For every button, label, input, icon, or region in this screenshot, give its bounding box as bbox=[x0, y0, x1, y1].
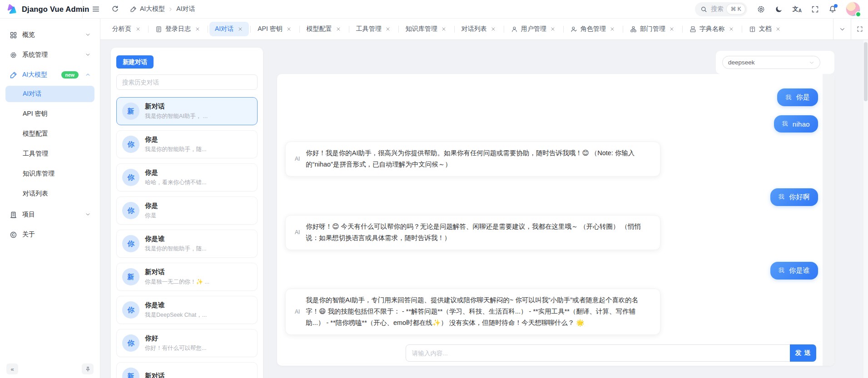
fullscreen-icon[interactable] bbox=[811, 5, 819, 13]
chat-list-item[interactable]: 新新对话我是你的智能AI助手， ... bbox=[116, 97, 258, 125]
tab-list-chevron-down-icon[interactable] bbox=[833, 19, 851, 39]
tab-close-icon[interactable] bbox=[490, 27, 497, 31]
language-translate-icon[interactable]: 文A bbox=[793, 5, 802, 13]
tab-close-icon[interactable] bbox=[237, 27, 243, 31]
ai-message: AI你好呀！😊 今天有什么可以帮你的吗？无论是问题解答、闲聊还是需要建议，我都在… bbox=[285, 215, 818, 250]
online-status-dot bbox=[856, 12, 860, 16]
settings-gear-icon[interactable] bbox=[757, 5, 765, 14]
tab-知识库管理[interactable]: 知识库管理 bbox=[400, 22, 453, 36]
tab-close-icon[interactable] bbox=[134, 27, 141, 31]
tab-AI对话[interactable]: AI对话 bbox=[209, 22, 249, 36]
tab-文档[interactable]: 文档 bbox=[744, 22, 787, 36]
tab-close-icon[interactable] bbox=[335, 27, 342, 31]
chat-list-item[interactable]: 你你好你好！有什么可以帮您... bbox=[116, 329, 258, 357]
sidebar-subitem-ai-chat[interactable]: AI对话 bbox=[5, 86, 94, 102]
chat-scrollbar[interactable] bbox=[823, 74, 834, 366]
tab-label: AI对话 bbox=[215, 25, 233, 33]
sidebar-subitem-conversations[interactable]: 对话列表 bbox=[5, 186, 94, 202]
ai-bubble: AI你好呀！😊 今天有什么可以帮你的吗？无论是问题解答、闲聊还是需要建议，我都在… bbox=[285, 215, 660, 250]
tab-close-icon[interactable] bbox=[286, 27, 293, 31]
send-button[interactable]: 发 送 bbox=[790, 344, 816, 362]
sidebar-item-system[interactable]: 系统管理 bbox=[4, 46, 96, 64]
sidebar-item-about[interactable]: 关于 bbox=[4, 226, 96, 244]
collapse-sidebar-icon[interactable]: « bbox=[6, 363, 18, 374]
tab-用户管理[interactable]: 用户管理 bbox=[506, 22, 562, 36]
sidebar-subitem-model-config[interactable]: 模型配置 bbox=[5, 126, 94, 142]
new-badge: new bbox=[61, 71, 79, 79]
ai-label: AI bbox=[295, 309, 300, 315]
tab-对话列表[interactable]: 对话列表 bbox=[456, 22, 502, 36]
history-search-input[interactable] bbox=[116, 74, 258, 90]
tab-close-icon[interactable] bbox=[669, 27, 675, 31]
sidebar-item-overview[interactable]: 概览 bbox=[4, 26, 96, 44]
sidebar-subitem-label: 模型配置 bbox=[23, 130, 48, 138]
chevron-up-icon bbox=[84, 72, 92, 77]
model-select[interactable]: deepseek bbox=[722, 56, 820, 69]
sidebar-subitem-knowledge[interactable]: 知识库管理 bbox=[5, 166, 94, 182]
message-text: 你好！我是你的AI助手，很高兴为你提供帮助。如果你有任何问题或需要协助，随时告诉… bbox=[306, 147, 651, 171]
tab-label: 登录日志 bbox=[165, 25, 191, 33]
chat-list-item[interactable]: 新新对话你是独一无二的你！✨ ... bbox=[116, 263, 258, 291]
sidebar-item-projects[interactable]: 项目 bbox=[4, 206, 96, 224]
user-bubble: 我你是 bbox=[777, 88, 818, 106]
tab-字典名称[interactable]: 字典名称 bbox=[684, 22, 740, 36]
page-scrollbar[interactable] bbox=[863, 19, 868, 378]
tab-模型配置[interactable]: 模型配置 bbox=[301, 22, 347, 36]
tab-close-icon[interactable] bbox=[775, 27, 782, 31]
tab-close-icon[interactable] bbox=[550, 27, 556, 31]
chat-list-item[interactable]: 你你是我是你的智能助手，随... bbox=[116, 130, 258, 158]
sidebar-item-ai-models[interactable]: AI大模型new bbox=[4, 66, 96, 84]
app-logo-icon bbox=[6, 3, 18, 15]
tab-角色管理[interactable]: 角色管理 bbox=[565, 22, 621, 36]
refresh-icon[interactable] bbox=[109, 3, 121, 15]
conversation-preview: 你是 bbox=[145, 212, 158, 220]
conversation-avatar: 你 bbox=[122, 136, 139, 153]
sidebar-subitem-api-keys[interactable]: API 密钥 bbox=[5, 106, 94, 122]
app-title: Django Vue Admin bbox=[22, 5, 89, 14]
new-chat-button[interactable]: 新建对话 bbox=[116, 55, 154, 69]
chat-list-item[interactable]: 你你是谁我是你的智能助手，随... bbox=[116, 230, 258, 258]
message-text: 你是 bbox=[796, 93, 810, 102]
tab-close-icon[interactable] bbox=[385, 27, 392, 31]
conversation-preview: 你好！有什么可以帮您... bbox=[145, 344, 206, 352]
chat-list-item[interactable]: 新新对话 bbox=[116, 362, 258, 378]
chevron-down-icon bbox=[84, 32, 92, 37]
menu-toggle-icon[interactable] bbox=[90, 3, 102, 15]
content-fullscreen-icon[interactable] bbox=[851, 19, 868, 39]
conversation-preview: 哈哈，看来你心情不错... bbox=[145, 179, 206, 187]
sidebar-subitem-tools[interactable]: 工具管理 bbox=[5, 146, 94, 162]
tab-登录日志[interactable]: 登录日志 bbox=[150, 22, 206, 36]
page-scrollbar-thumb[interactable] bbox=[864, 42, 868, 101]
global-search[interactable]: 搜索 ⌘ K bbox=[695, 2, 747, 16]
tab-工具管理[interactable]: 工具管理 bbox=[351, 22, 397, 36]
sidebar-item-label: AI大模型 bbox=[22, 71, 56, 79]
close-icon bbox=[335, 27, 342, 31]
chat-list-item[interactable]: 你你是谁我是DeepSeek Chat，... bbox=[116, 296, 258, 324]
close-icon bbox=[237, 27, 243, 31]
notifications-bell-icon[interactable] bbox=[828, 5, 837, 13]
user-label: 我 bbox=[779, 266, 784, 275]
chat-message-input[interactable] bbox=[406, 344, 816, 362]
dark-mode-moon-icon[interactable] bbox=[775, 5, 783, 13]
tab-close-icon[interactable] bbox=[609, 27, 616, 31]
breadcrumb-section[interactable]: AI大模型 bbox=[140, 5, 165, 13]
tab-close-icon[interactable] bbox=[441, 27, 447, 31]
tab-API 密钥[interactable]: API 密钥 bbox=[252, 22, 298, 36]
message-list[interactable]: 我你是我nihaoAI你好！我是你的AI助手，很高兴为你提供帮助。如果你有任何问… bbox=[277, 74, 823, 340]
tab-部门管理[interactable]: 部门管理 bbox=[625, 22, 681, 36]
tab-close-icon[interactable] bbox=[194, 27, 201, 31]
pin-sidebar-icon[interactable] bbox=[82, 363, 94, 374]
tab-分析页[interactable]: 分析页 bbox=[107, 22, 147, 36]
tab-label: 部门管理 bbox=[640, 25, 665, 33]
model-select-bar: deepseek bbox=[716, 51, 834, 74]
tab-close-icon[interactable] bbox=[728, 27, 735, 31]
chat-history-panel: 新建对话 新新对话我是你的智能AI助手， ...你你是我是你的智能助手，随...… bbox=[111, 48, 263, 378]
user-avatar[interactable] bbox=[846, 2, 860, 16]
conversation-avatar: 新 bbox=[122, 103, 139, 120]
user-label: 我 bbox=[785, 93, 791, 102]
tab-divider bbox=[623, 26, 623, 33]
tab-divider bbox=[742, 26, 742, 33]
conversation-avatar: 新 bbox=[122, 268, 139, 285]
chat-list-item[interactable]: 你你是哈哈，看来你心情不错... bbox=[116, 163, 258, 191]
chat-list-item[interactable]: 你你是你是 bbox=[116, 196, 258, 225]
